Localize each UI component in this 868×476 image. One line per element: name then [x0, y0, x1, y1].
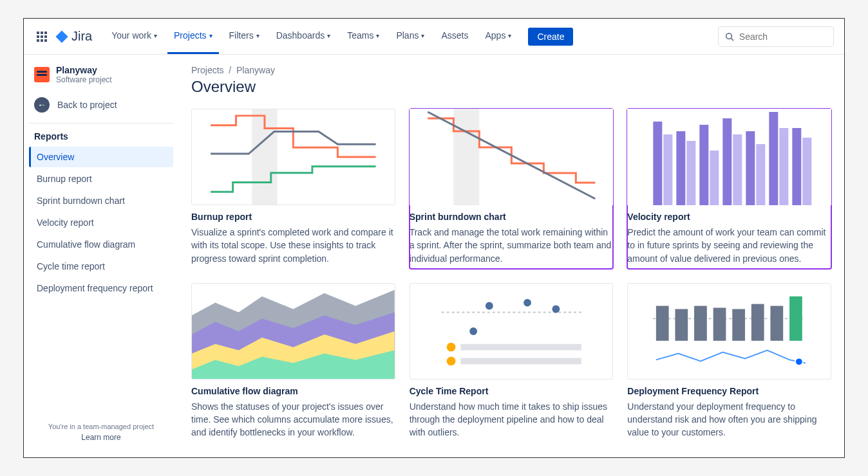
report-card-burnup-report[interactable]: Burnup reportVisualize a sprint's comple… [191, 109, 395, 269]
svg-rect-44 [789, 297, 802, 341]
top-nav: Jira Your work▾Projects▾Filters▾Dashboar… [24, 19, 844, 55]
project-header[interactable]: Planyway Software project [29, 65, 173, 92]
sidebar-item-deployment-frequency-report[interactable]: Deployment frequency report [29, 278, 173, 298]
back-to-project[interactable]: ← Back to project [29, 92, 173, 118]
sidebar: Planyway Software project ← Back to proj… [24, 55, 178, 457]
svg-rect-4 [41, 35, 43, 38]
sidebar-items: OverviewBurnup reportSprint burndown cha… [29, 147, 173, 300]
report-thumbnail [410, 283, 614, 380]
report-card-title: Deployment Frequency Report [627, 386, 831, 396]
report-card-title: Burnup report [191, 212, 395, 222]
svg-rect-42 [751, 304, 764, 340]
chevron-down-icon: ▾ [421, 32, 424, 39]
report-card-title: Cycle Time Report [410, 386, 614, 396]
app-switcher-icon[interactable] [34, 29, 50, 44]
sidebar-item-cumulative-flow-diagram[interactable]: Cumulative flow diagram [29, 234, 173, 255]
chevron-down-icon: ▾ [376, 32, 379, 39]
nav-items: Your work▾Projects▾Filters▾Dashboards▾Te… [105, 19, 518, 54]
svg-rect-17 [700, 125, 709, 205]
nav-item-plans[interactable]: Plans▾ [390, 19, 431, 54]
sidebar-item-cycle-time-report[interactable]: Cycle time report [29, 256, 173, 277]
svg-rect-23 [769, 112, 778, 205]
svg-rect-12 [453, 109, 479, 205]
search-box[interactable] [718, 26, 834, 47]
breadcrumb-parent[interactable]: Projects [191, 65, 224, 75]
report-thumbnail [627, 283, 831, 380]
chevron-down-icon: ▾ [508, 32, 511, 39]
report-card-desc: Understand your deployment frequency to … [627, 400, 831, 439]
sidebar-section-heading: Reports [29, 131, 173, 147]
chevron-down-icon: ▾ [327, 32, 330, 39]
report-card-desc: Predict the amount of work your team can… [627, 226, 831, 265]
report-card-velocity-report[interactable]: Velocity reportPredict the amount of wor… [627, 109, 831, 269]
svg-rect-19 [723, 118, 732, 205]
report-thumbnail [410, 109, 614, 205]
svg-rect-2 [44, 32, 47, 34]
svg-rect-33 [460, 344, 581, 351]
svg-rect-40 [713, 307, 726, 340]
search-input[interactable] [739, 32, 827, 42]
report-card-sprint-burndown-chart[interactable]: Sprint burndown chartTrack and manage th… [410, 109, 614, 269]
report-card-deployment-frequency-report[interactable]: Deployment Frequency ReportUnderstand yo… [627, 283, 831, 439]
svg-rect-43 [771, 306, 784, 340]
breadcrumb-current[interactable]: Planyway [236, 65, 275, 75]
svg-point-31 [552, 305, 560, 313]
report-card-desc: Visualize a sprint's completed work and … [191, 226, 395, 265]
svg-point-30 [524, 299, 531, 307]
report-card-desc: Shows the statuses of your project's iss… [191, 400, 395, 439]
svg-rect-41 [733, 309, 746, 340]
report-card-title: Sprint burndown chart [410, 212, 614, 222]
back-arrow-icon: ← [34, 97, 50, 113]
svg-rect-37 [656, 306, 669, 340]
search-icon [725, 32, 734, 42]
report-thumbnail [627, 109, 831, 205]
nav-item-apps[interactable]: Apps▾ [478, 19, 518, 54]
nav-item-your-work[interactable]: Your work▾ [105, 19, 164, 54]
svg-rect-0 [37, 32, 39, 34]
jira-logo[interactable]: Jira [55, 29, 92, 44]
report-thumbnail [191, 283, 395, 380]
svg-point-28 [469, 327, 477, 335]
nav-item-projects[interactable]: Projects▾ [167, 19, 219, 54]
svg-rect-15 [677, 131, 686, 205]
nav-item-teams[interactable]: Teams▾ [341, 19, 386, 54]
nav-item-assets[interactable]: Assets [435, 19, 475, 54]
svg-rect-26 [803, 138, 812, 205]
svg-rect-20 [733, 134, 742, 205]
sidebar-item-burnup-report[interactable]: Burnup report [29, 169, 173, 189]
nav-item-filters[interactable]: Filters▾ [223, 19, 266, 54]
create-button[interactable]: Create [528, 28, 573, 46]
svg-rect-8 [44, 39, 47, 42]
report-card-title: Velocity report [627, 212, 831, 222]
back-label: Back to project [57, 100, 117, 110]
page-title: Overview [191, 78, 831, 96]
project-type: Software project [56, 75, 112, 84]
svg-rect-13 [654, 122, 663, 205]
svg-point-32 [446, 343, 455, 352]
app-frame: Jira Your work▾Projects▾Filters▾Dashboar… [23, 18, 845, 458]
svg-rect-16 [687, 141, 696, 205]
svg-rect-39 [694, 306, 707, 340]
report-card-cycle-time-report[interactable]: Cycle Time ReportUnderstand how much tim… [410, 283, 614, 439]
sidebar-footer: You're in a team-managed project Learn m… [29, 417, 173, 447]
sidebar-item-velocity-report[interactable]: Velocity report [29, 212, 173, 233]
svg-rect-35 [460, 358, 581, 364]
jira-logo-text: Jira [71, 29, 92, 44]
svg-rect-6 [37, 39, 39, 42]
svg-rect-22 [757, 144, 766, 205]
report-card-cumulative-flow-diagram[interactable]: Cumulative flow diagramShows the statuse… [191, 283, 395, 439]
report-thumbnail [191, 109, 395, 205]
svg-rect-5 [44, 35, 47, 38]
learn-more-link[interactable]: Learn more [34, 433, 168, 442]
svg-rect-38 [675, 309, 688, 340]
svg-rect-21 [746, 131, 755, 205]
svg-point-45 [795, 358, 803, 365]
svg-rect-7 [41, 39, 43, 42]
svg-rect-1 [41, 32, 43, 34]
sidebar-item-overview[interactable]: Overview [29, 147, 173, 167]
report-card-desc: Track and manage the total work remainin… [410, 226, 614, 265]
sidebar-item-sprint-burndown-chart[interactable]: Sprint burndown chart [29, 190, 173, 211]
svg-rect-25 [793, 128, 802, 205]
report-card-desc: Understand how much time it takes to shi… [410, 400, 614, 439]
nav-item-dashboards[interactable]: Dashboards▾ [270, 19, 337, 54]
